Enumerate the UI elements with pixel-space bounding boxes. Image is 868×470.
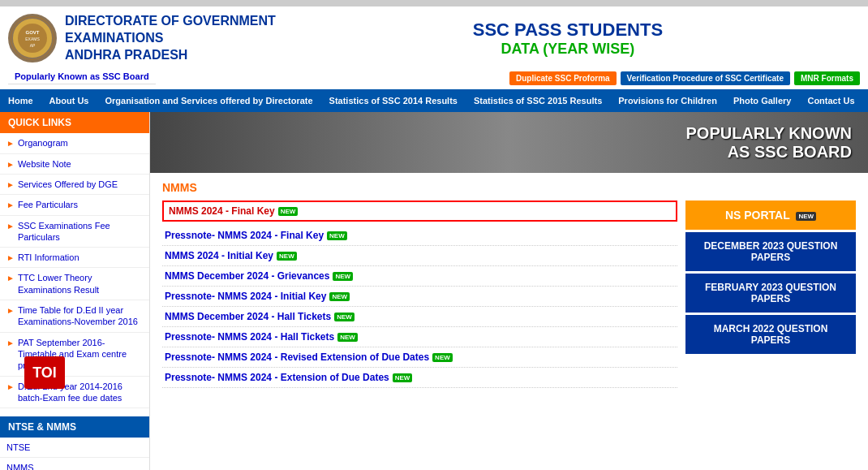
sidebar-item-ssc-fee[interactable]: ► SSC Examinations Fee Particulars — [0, 216, 149, 248]
main-nav: Home About Us Organisation and Services … — [0, 89, 868, 112]
link-item-pressnote-initial[interactable]: Pressnote- NMMS 2024 - Initial Key NEW — [162, 287, 677, 307]
arrow-icon: ► — [6, 221, 15, 231]
mnr-btn[interactable]: MNR Formats — [794, 71, 860, 85]
new-badge: NEW — [327, 231, 347, 240]
nav-home[interactable]: Home — [0, 89, 41, 112]
new-badge: NEW — [393, 373, 413, 382]
content-area: NMMS 2024 - Final Key NEW Pressnote- NMM… — [162, 201, 856, 388]
right-panel: NS PORTAL NEW DECEMBER 2023 QUESTION PAP… — [685, 201, 856, 388]
header-title-line1: DIRECTORATE OF GOVERNMENT — [65, 13, 276, 30]
sidebar-item-services[interactable]: ► Services Offered by DGE — [0, 175, 149, 195]
header-title-line2: EXAMINATIONS — [65, 30, 276, 47]
banner-line2: AS SSC BOARD — [686, 143, 852, 162]
arrow-icon: ► — [6, 305, 15, 316]
link-item-grievances[interactable]: NMMS December 2024 - Grievances NEW — [162, 266, 677, 287]
popularly-known-label: Popularly Known as SSC Board — [8, 69, 156, 84]
header-btn-links: Duplicate SSC Proforma Verification Proc… — [509, 71, 860, 85]
top-bar — [0, 0, 868, 6]
sidebar-item-nmms[interactable]: NMMS — [0, 458, 149, 470]
sidebar-item-timetable[interactable]: ► Time Table for D.Ed II year Examinatio… — [0, 300, 149, 333]
new-badge: NEW — [333, 272, 353, 281]
nav-provisions[interactable]: Provisions for Children — [610, 89, 725, 112]
link-label: Pressnote- NMMS 2024 - Initial Key — [165, 291, 326, 302]
banner: POPULARLY KNOWN AS SSC BOARD — [150, 112, 868, 173]
toi-badge[interactable]: TOI — [24, 356, 65, 389]
nav-contact[interactable]: Contact Us — [799, 89, 862, 112]
new-badge: NEW — [278, 207, 299, 216]
mar-2022-btn[interactable]: MARCH 2022 QUESTION PAPERS — [685, 315, 856, 354]
links-list: NMMS 2024 - Final Key NEW Pressnote- NMM… — [162, 201, 677, 388]
arrow-icon: ► — [6, 382, 15, 392]
ssc-main-title: SSC PASS STUDENTS — [276, 19, 860, 41]
sidebar-item-organogram[interactable]: ► Organogram — [0, 133, 149, 153]
nmms-section: NMMS NMMS 2024 - Final Key NEW Pressnote… — [150, 173, 868, 396]
nav-gallery[interactable]: Photo Gallery — [725, 89, 800, 112]
sidebar-item-ttc[interactable]: ► TTC Lower Theory Examinations Result — [0, 268, 149, 300]
link-item-hall-tickets[interactable]: NMMS December 2024 - Hall Tickets NEW — [162, 307, 677, 327]
arrow-icon: ► — [6, 273, 15, 283]
quick-links-title: QUICK LINKS — [0, 112, 149, 133]
link-label: Pressnote- NMMS 2024 - Hall Tickets — [165, 331, 334, 343]
sidebar-item-ded[interactable]: ► D.Ed. 2nd year 2014-2016 batch-Exam fe… — [0, 377, 149, 409]
link-label: Pressnote- NMMS 2024 - Extension of Due … — [165, 372, 389, 383]
link-item-nmms-final-key[interactable]: NMMS 2024 - Final Key NEW — [162, 201, 677, 222]
sidebar-item-fee[interactable]: ► Fee Particulars — [0, 195, 149, 215]
link-label: NMMS December 2024 - Grievances — [165, 270, 329, 282]
header-title-line3: ANDHRA PRADESH — [65, 47, 276, 64]
link-label: Pressnote- NMMS 2024 - Final Key — [165, 230, 324, 241]
nav-org[interactable]: Organisation and Services offered by Dir… — [97, 89, 320, 112]
new-badge: NEW — [277, 252, 297, 261]
ns-portal-new-badge: NEW — [796, 212, 816, 221]
nmms-section-title: NMMS — [162, 181, 856, 194]
ssc-subtitle: DATA (YEAR WISE) — [276, 41, 860, 58]
link-item-revised-ext[interactable]: Pressnote- NMMS 2024 - Revised Extension… — [162, 347, 677, 368]
nav-stats-2015[interactable]: Statistics of SSC 2015 Results — [466, 89, 610, 112]
main-content: POPULARLY KNOWN AS SSC BOARD NMMS NMMS 2… — [150, 112, 868, 470]
header-top: GOVT EXAMS AP DIRECTORATE OF GOVERNMENT … — [0, 6, 868, 67]
feb-2023-btn[interactable]: FEBRUARY 2023 QUESTION PAPERS — [685, 274, 856, 313]
svg-text:AP: AP — [30, 43, 36, 48]
arrow-icon: ► — [6, 338, 15, 348]
link-item-ext-due-dates[interactable]: Pressnote- NMMS 2024 - Extension of Due … — [162, 368, 677, 388]
header-title-block: DIRECTORATE OF GOVERNMENT EXAMINATIONS A… — [65, 13, 276, 63]
arrow-icon: ► — [6, 200, 15, 210]
new-badge: NEW — [432, 353, 453, 362]
sidebar-item-ntse[interactable]: NTSE — [0, 438, 149, 458]
new-badge: NEW — [334, 313, 355, 321]
header-logo: GOVT EXAMS AP DIRECTORATE OF GOVERNMENT … — [8, 13, 276, 63]
page-wrapper: GOVT EXAMS AP DIRECTORATE OF GOVERNMENT … — [0, 0, 868, 470]
new-badge: NEW — [329, 292, 350, 301]
link-item-pressnote-hall[interactable]: Pressnote- NMMS 2024 - Hall Tickets NEW — [162, 327, 677, 347]
ntse-nmms-title: NTSE & NMMS — [0, 416, 149, 438]
ns-portal-label: NS PORTAL — [725, 209, 790, 222]
sidebar-item-pat[interactable]: ► PAT September 2016- Timetable and Exam… — [0, 333, 149, 377]
banner-line1: POPULARLY KNOWN — [686, 124, 852, 143]
arrow-icon: ► — [6, 252, 15, 263]
logo-emblem: GOVT EXAMS AP — [8, 14, 57, 63]
link-item-pressnote-final[interactable]: Pressnote- NMMS 2024 - Final Key NEW — [162, 226, 677, 246]
main-layout: QUICK LINKS ► Organogram ► Website Note … — [0, 112, 868, 470]
link-label: NMMS 2024 - Initial Key — [165, 250, 273, 261]
dec-2023-btn[interactable]: DECEMBER 2023 QUESTION PAPERS — [685, 232, 856, 271]
link-item-initial-key[interactable]: NMMS 2024 - Initial Key NEW — [162, 246, 677, 266]
new-badge: NEW — [337, 333, 358, 342]
nav-about[interactable]: About Us — [41, 89, 97, 112]
sidebar: QUICK LINKS ► Organogram ► Website Note … — [0, 112, 150, 470]
sidebar-item-website-note[interactable]: ► Website Note — [0, 154, 149, 175]
verification-btn[interactable]: Verification Procedure of SSC Certificat… — [621, 71, 790, 85]
nav-stats-2014[interactable]: Statistics of SSC 2014 Results — [321, 89, 466, 112]
arrow-icon: ► — [6, 159, 15, 170]
sidebar-item-rti[interactable]: ► RTI Information — [0, 248, 149, 268]
arrow-icon: ► — [6, 138, 15, 149]
duplicate-btn[interactable]: Duplicate SSC Proforma — [509, 71, 617, 85]
header-center: SSC PASS STUDENTS DATA (YEAR WISE) — [276, 19, 860, 58]
link-label: Pressnote- NMMS 2024 - Revised Extension… — [165, 351, 429, 363]
ns-portal-btn[interactable]: NS PORTAL NEW — [685, 201, 856, 230]
link-label: NMMS December 2024 - Hall Tickets — [165, 311, 331, 322]
banner-text: POPULARLY KNOWN AS SSC BOARD — [686, 124, 852, 162]
link-label: NMMS 2024 - Final Key — [169, 205, 275, 217]
svg-text:EXAMS: EXAMS — [25, 37, 40, 41]
arrow-icon: ► — [6, 179, 15, 190]
svg-text:GOVT: GOVT — [25, 30, 39, 35]
